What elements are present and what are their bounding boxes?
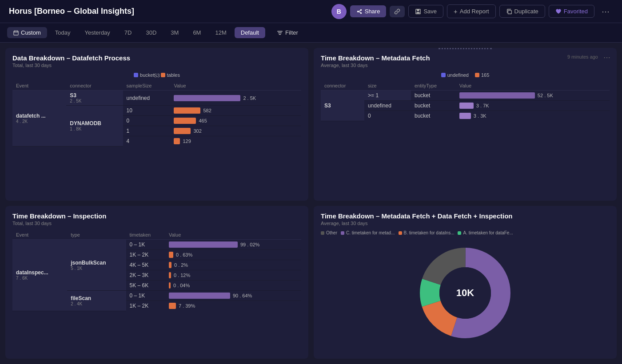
dotted-border [439,48,492,50]
toolbar: Custom Today Yesterday 7D 30D 3M 6M 12M … [0,23,622,43]
bar-value: 2 . 5K [243,95,256,101]
bar-purple-long [169,241,238,248]
save-icon [415,8,421,15]
bar-orange [174,107,200,114]
type-sub-file: 2 . 4K [71,301,122,306]
legend-bucket-label: bucket [140,72,154,78]
card4-legend: Other C. timetaken for metad... B. timet… [321,230,610,235]
save-button[interactable]: Save [408,5,443,18]
tab-7d-label: 7D [124,29,132,36]
bar-purple [174,95,240,101]
dataFe-color [458,231,461,235]
filter-icon [277,30,283,36]
bar-value: 7 . 39% [179,303,195,309]
card-metadata-fetch: Time Breakdown – Metadata Fetch Average,… [314,48,617,201]
page-title: Horus [Borneo – Global Insights] [9,7,134,16]
tab-default-label: Default [241,29,259,36]
type-sub-json: 5 . 1K [71,266,122,271]
col-value3: Value [165,230,301,240]
val-52k: 52 . 5K [456,91,610,101]
bar-value: 3 . 3K [474,113,486,119]
tab-6m[interactable]: 6M [187,27,207,38]
legend-tables-color [161,73,165,77]
entity-bucket1: bucket [411,91,456,101]
connector-dynamodb: DYNAMODB 1 . 8K [66,106,123,146]
favorited-button[interactable]: Favorited [549,5,594,18]
bar-value: 3 . 7K [476,103,489,108]
dataIns-label: B. timetaken for dataIns... [404,230,455,235]
type-name-json: jsonBulkScan [71,260,122,266]
bar-container: 582 [174,107,298,114]
more-menu-button[interactable]: ⋯ [598,5,613,18]
col-samplesize: sampleSize [123,81,171,91]
bar-orange-micro [169,282,171,289]
col-connector2: connector [321,81,364,91]
tab-6m-label: 6M [193,29,201,36]
col-entitytype: entityType [411,81,456,91]
col-value2: Value [456,81,610,91]
connector-name-dynamo: DYNAMODB [70,120,119,127]
legend-bucket: bucket [134,72,154,78]
bar-orange [174,138,180,144]
type-filescan: fileScan 2 . 4K [67,291,126,311]
val-02pct: 0 . 2% [165,260,301,270]
sample-4: 4 [123,136,171,146]
bar-purple-wide [459,92,535,99]
save-label: Save [423,8,437,15]
table-row: dataInspec... 7 . 6K jsonBulkScan 5 . 1K… [12,240,301,250]
size-0: 0 [364,111,411,121]
duplicate-button[interactable]: Duplicate [499,5,545,18]
val-129: 129 [170,136,301,146]
card-menu-button[interactable]: ⋯ [603,53,610,62]
event-cell: datafetch ... 4 . 2K [12,91,66,146]
tab-3m[interactable]: 3M [164,27,185,38]
tab-yesterday[interactable]: Yesterday [79,27,116,38]
val-302: 302 [170,126,301,136]
duplicate-label: Duplicate [514,8,538,15]
meta-label: C. timetaken for metad... [346,230,395,235]
card2-table: connector size entityType Value S3 >= 1 … [321,81,610,121]
tab-default[interactable]: Default [235,27,265,38]
header-actions: B Share Save + Add Report Duplicate Favo… [331,4,613,19]
tab-30d[interactable]: 30D [140,27,163,38]
bar-orange-xxs [169,262,171,268]
tab-custom[interactable]: Custom [7,27,47,38]
filter-label: Filter [285,29,298,36]
time-fs-1-2k: 1K – 2K [126,301,165,311]
table-row: 0 bucket 3 . 3K [321,111,610,121]
legend-undefined-label: undefined [447,72,469,78]
svg-line-4 [358,12,360,12]
bar-orange-xs [169,252,173,258]
col-type: type [67,230,126,240]
card-combined: Time Breakdown – Metadata Fetch + Data F… [314,206,617,359]
time-4-5k: 4K – 5K [126,260,165,270]
legend-tables-label: tables [167,72,180,78]
val-012pct: 0 . 12% [165,270,301,281]
legend-other: Other [321,230,337,235]
card2-title: Time Breakdown – Metadata Fetch [321,54,610,62]
timestamp: 9 minutes ago [567,54,598,59]
bar-value: 129 [183,138,191,144]
legend-tables: tables [161,72,180,78]
meta-color [341,231,344,235]
filter-button[interactable]: Filter [271,27,304,38]
link-button[interactable] [390,6,405,17]
share-icon [356,8,363,15]
dataIns-color [399,231,402,235]
bar-value: 52 . 5K [538,93,553,98]
col-timetaken: timetaken [126,230,165,240]
avatar: B [331,4,347,19]
legend-165-color [475,73,479,77]
tab-7d[interactable]: 7D [118,27,138,38]
svg-rect-6 [417,9,419,11]
event-name-inspect: dataInspec... [16,269,64,276]
share-button[interactable]: Share [350,5,387,17]
add-report-button[interactable]: + Add Report [447,4,496,18]
tab-today[interactable]: Today [49,27,77,38]
sample-0: 0 [123,116,171,126]
tab-3m-label: 3M [171,29,179,36]
other-color [321,231,324,235]
bar-container: 0 . 2% [169,262,298,268]
tab-12m[interactable]: 12M [209,27,232,38]
s3-label: S3 [324,103,361,109]
